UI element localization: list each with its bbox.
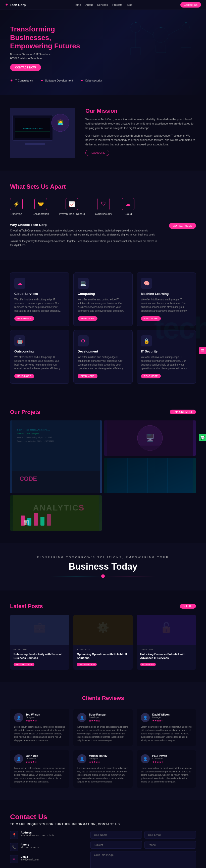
- reviews-grid: 👤 Ted Wilson Designer ★★★★☆ Lorem ipsum …: [10, 709, 196, 788]
- svg-point-1: [153, 27, 168, 42]
- nav-blog[interactable]: Blog: [127, 3, 132, 6]
- svg-text:📊: 📊: [23, 520, 29, 526]
- review-avatar-2: 👤: [77, 713, 87, 722]
- review-avatar-3: 👤: [141, 713, 150, 722]
- service-card-ml-text: We offer intuitive and cutting-edge IT s…: [141, 298, 192, 313]
- contact-subtitle: TO MAKE REQUESTS FOR FURTHER INFORMATION…: [10, 823, 196, 826]
- post-image-1: 💼: [10, 615, 69, 645]
- review-meta-6: Paul Pavan Consultant ★★★★☆: [152, 754, 167, 764]
- collaboration-icon-box: 🤝: [34, 198, 47, 210]
- service-development-read-more-button[interactable]: READ MORE: [78, 374, 98, 378]
- post-title-2: Optimizing Operations with Reliable IT S…: [77, 652, 129, 660]
- contact-email-item: ✉ Email info@email.com: [10, 855, 80, 863]
- service-card-development-title: Development: [78, 349, 128, 353]
- review-header-5: 👤 Miriam Marilly Designer ★★★★☆: [77, 754, 129, 764]
- review-avatar-5: 👤: [77, 754, 87, 763]
- post-date-3: 23 Dec 2024: [140, 648, 193, 651]
- nav-about[interactable]: About: [85, 3, 93, 6]
- address-icon: 📍: [10, 831, 18, 839]
- cybersecurity-icon-box: 🛡: [97, 198, 110, 210]
- post-card-1: 💼 01 DEC 2024 Enhancing Productivity wit…: [10, 615, 69, 670]
- apart-icon-cloud: ☁ Cloud: [122, 198, 134, 215]
- svg-rect-8: [156, 45, 166, 53]
- svg-rect-9: [181, 48, 191, 55]
- hero-tag-consultancy: ✦ IT Consultancy: [10, 79, 33, 83]
- review-avatar-6: 👤: [141, 754, 150, 763]
- navbar: ✦ Tech Corp Home About Services Projects…: [0, 0, 206, 10]
- review-header-2: 👤 Susy Rangan Developer ★★★★☆: [77, 713, 129, 723]
- contact-phone-value: +91-xxxxx xxxxx: [21, 846, 39, 849]
- contact-title: Contact Us: [10, 813, 196, 821]
- review-stars-3: ★★★★☆: [152, 719, 170, 722]
- contact-name-input[interactable]: [91, 831, 142, 839]
- banner-subtitle: PIONEERING TOMORROW'S SOLUTIONS, EMPOWER…: [10, 556, 196, 559]
- svg-rect-7: [131, 48, 141, 55]
- service-computing-read-more-button[interactable]: READ MORE: [78, 316, 98, 321]
- post-date-1: 01 DEC 2024: [13, 648, 66, 651]
- contact-phone-label: Phone: [21, 843, 39, 846]
- service-outsourcing-read-more-button[interactable]: READ MORE: [14, 374, 34, 378]
- review-stars-2: ★★★★☆: [89, 719, 106, 722]
- service-cloud-read-more-button[interactable]: READ MORE: [14, 316, 34, 321]
- projects-explore-button[interactable]: EXPLORE MORE: [170, 410, 196, 414]
- contact-subject-input[interactable]: [91, 841, 142, 849]
- review-header-4: 👤 John Doe Developer ★★★★☆: [14, 754, 65, 764]
- apart-our-services-button[interactable]: OUR SERVICES: [169, 223, 196, 229]
- project-img-4-svg: ANALYTIC S 📊: [10, 495, 102, 531]
- review-name-4: John Doe: [26, 754, 38, 757]
- contact-phone-input[interactable]: [144, 841, 196, 849]
- nav-contact-button[interactable]: Contact Us: [180, 2, 201, 7]
- review-stars-6: ★★★★☆: [152, 761, 167, 763]
- nav-services[interactable]: Services: [97, 3, 108, 6]
- apart-why-text1: Choosing Tech Corp means choosing a part…: [10, 229, 159, 237]
- review-role-2: Developer: [89, 716, 106, 718]
- review-meta-2: Susy Rangan Developer ★★★★☆: [89, 713, 106, 723]
- float-wishlist-btn[interactable]: ☰: [199, 347, 206, 354]
- service-card-development-text: We offer intuitive and cutting-edge IT s…: [78, 355, 128, 370]
- contact-email-input[interactable]: [144, 831, 196, 839]
- review-name-6: Paul Pavan: [152, 754, 167, 757]
- projects-section: Our Projets EXPLORE MORE $ git clone htt…: [0, 396, 206, 543]
- banner-line-right: [105, 576, 155, 577]
- ml-icon: 🧠: [141, 278, 152, 289]
- post-body-1: 01 DEC 2024 Enhancing Productivity with …: [10, 645, 69, 670]
- post-title-3: Unlocking Business Potential with Advanc…: [140, 652, 193, 660]
- posts-see-all-button[interactable]: SEE ALL: [180, 604, 196, 609]
- svg-rect-35: [107, 445, 193, 456]
- review-card-1: 👤 Ted Wilson Designer ★★★★☆ Lorem ipsum …: [10, 709, 69, 746]
- project-image-1: $ git clone https://techcorp... Cloning …: [10, 421, 102, 493]
- reviews-title: Clients Reviews: [10, 695, 196, 702]
- review-header-1: 👤 Ted Wilson Designer ★★★★☆: [14, 713, 65, 723]
- service-card-computing-title: Computing: [78, 292, 128, 296]
- mission-image: terminal@techcorp:~$ 👩‍💻: [10, 108, 75, 158]
- contact-message-textarea[interactable]: [91, 851, 196, 868]
- hero-tag-cybersecurity: ✦ Cybersecurity: [80, 79, 102, 83]
- consultancy-icon: ✦: [10, 79, 13, 83]
- service-itsecurity-read-more-button[interactable]: READ MORE: [141, 374, 161, 378]
- projects-title: Our Projets: [10, 409, 40, 415]
- cybersecurity-icon: ✦: [80, 79, 83, 83]
- banner-line-decoration: [10, 575, 196, 578]
- hero-title: Transforming Businesses, Empowering Futu…: [10, 25, 96, 50]
- review-card-5: 👤 Miriam Marilly Designer ★★★★☆ Lorem ip…: [73, 750, 133, 788]
- post-date-2: 17 Dec 2024: [77, 648, 129, 651]
- apart-icon-collaboration: 🤝 Collaboration: [33, 198, 49, 215]
- nav-links: Home About Services Projects Blog: [74, 3, 132, 6]
- form-row-1: [91, 831, 196, 839]
- review-text-4: Lorem ipsum dolor sit amet, consectetur …: [14, 767, 65, 784]
- phone-icon: 📞: [10, 843, 18, 851]
- nav-home[interactable]: Home: [74, 3, 81, 6]
- project-img-3-svg: [104, 458, 196, 493]
- mission-read-more-button[interactable]: READ MORE: [85, 150, 109, 156]
- float-whatsapp-btn[interactable]: 💬: [199, 434, 206, 441]
- post-img-1-svg: 💼: [10, 615, 69, 645]
- svg-text:terminal@techcorp:~$: terminal@techcorp:~$: [23, 127, 43, 130]
- svg-text:👩‍💻: 👩‍💻: [57, 119, 64, 125]
- nav-projects[interactable]: Projects: [112, 3, 122, 6]
- service-ml-read-more-button[interactable]: READ MORE: [141, 316, 161, 321]
- post-tag-3: BUSINESS: [140, 663, 156, 666]
- apart-icons-row: ⚡ Expertise 🤝 Collaboration 📈 Proven Tra…: [10, 198, 196, 215]
- hero-cta-button[interactable]: CONTACT NOW: [10, 64, 41, 71]
- review-text-3: Lorem ipsum dolor sit amet, consectetur …: [141, 725, 192, 742]
- apart-icon-track-record: 📈 Proven Track Record: [59, 198, 85, 215]
